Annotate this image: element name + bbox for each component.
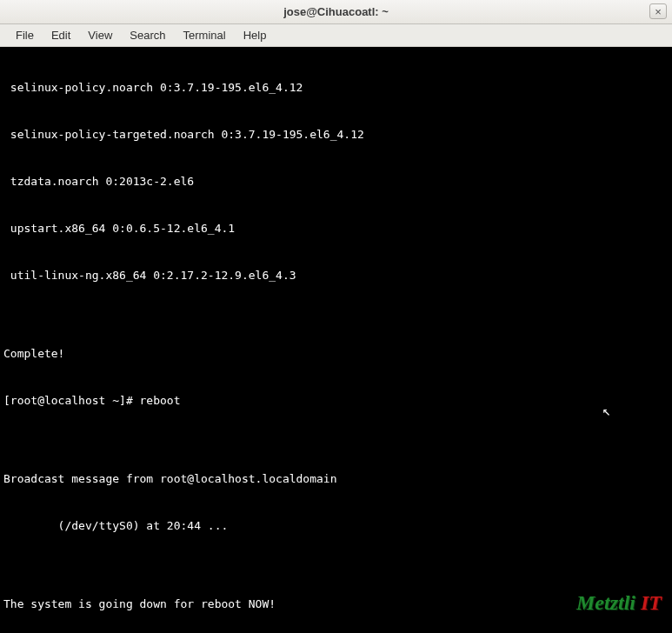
menu-file[interactable]: File: [7, 26, 43, 44]
terminal-line: tzdata.noarch 0:2013c-2.el6: [3, 174, 669, 190]
window-titlebar: jose@Cihuacoatl: ~ ×: [0, 0, 672, 24]
terminal-line: Broadcast message from root@localhost.lo…: [3, 471, 669, 487]
menubar: File Edit View Search Terminal Help: [0, 24, 672, 47]
terminal-line: (/dev/ttyS0) at 20:44 ...: [3, 518, 669, 534]
menu-edit[interactable]: Edit: [43, 26, 79, 44]
terminal-line: selinux-policy-targeted.noarch 0:3.7.19-…: [3, 127, 669, 143]
terminal-line: selinux-policy.noarch 0:3.7.19-195.el6_4…: [3, 80, 669, 96]
terminal-line: Complete!: [3, 346, 669, 362]
menu-terminal[interactable]: Terminal: [175, 26, 235, 44]
terminal-line: upstart.x86_64 0:0.6.5-12.el6_4.1: [3, 221, 669, 237]
terminal-line: [root@localhost ~]# reboot: [3, 393, 669, 409]
terminal-area[interactable]: selinux-policy.noarch 0:3.7.19-195.el6_4…: [0, 47, 672, 633]
close-icon: ×: [655, 5, 662, 18]
terminal-line: util-linux-ng.x86_64 0:2.17.2-12.9.el6_4…: [3, 268, 669, 283]
menu-view[interactable]: View: [79, 26, 121, 44]
terminal-line: The system is going down for reboot NOW!: [3, 596, 669, 612]
menu-help[interactable]: Help: [235, 26, 276, 44]
menu-search[interactable]: Search: [121, 26, 174, 44]
window-close-button[interactable]: ×: [649, 3, 667, 19]
window-title: jose@Cihuacoatl: ~: [283, 5, 389, 18]
